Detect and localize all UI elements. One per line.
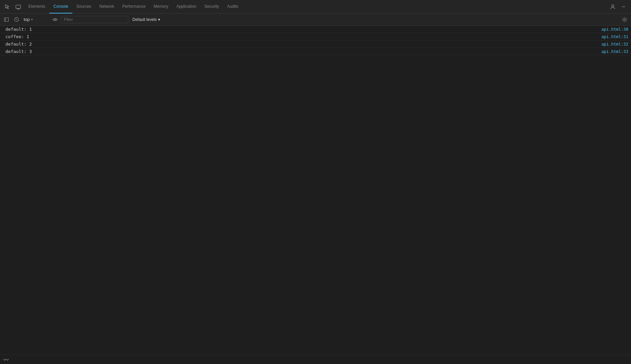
main-content: top ▾ Default levels ▾ d — [0, 14, 631, 364]
tab-memory[interactable]: Memory — [150, 0, 172, 14]
console-body: default: 1api.html:30coffee: 1api.html:3… — [0, 26, 631, 364]
svg-rect-0 — [16, 5, 21, 8]
svg-point-9 — [624, 19, 625, 20]
table-row: default: 2api.html:32 — [0, 41, 631, 48]
context-selector-arrow: ▾ — [31, 18, 33, 21]
table-row: default: 1api.html:30 — [0, 26, 631, 33]
console-input[interactable] — [11, 357, 628, 362]
svg-line-7 — [16, 18, 18, 20]
table-row: coffee: 1api.html:31 — [0, 33, 631, 41]
context-selector[interactable]: top ▾ — [22, 16, 49, 23]
console-toolbar: top ▾ Default levels ▾ — [0, 14, 631, 26]
console-settings-button[interactable] — [620, 15, 629, 24]
console-prompt-icon — [3, 358, 9, 362]
devtools-tab-bar: Elements Console Sources Network Perform… — [0, 0, 631, 14]
live-expressions-button[interactable] — [51, 15, 59, 24]
log-message: default: 2 — [5, 42, 596, 47]
log-source-link[interactable]: api.html:30 — [596, 27, 628, 32]
log-levels-arrow: ▾ — [158, 17, 160, 22]
log-levels-label: Default levels — [132, 17, 157, 22]
console-input-row — [0, 355, 631, 364]
log-source-link[interactable]: api.html:31 — [596, 34, 628, 39]
log-message: default: 1 — [5, 27, 596, 32]
tab-security[interactable]: Security — [200, 0, 223, 14]
svg-rect-4 — [4, 18, 8, 21]
table-row: default: 3api.html:33 — [0, 48, 631, 55]
more-options-button[interactable]: ⋯ — [619, 2, 628, 11]
device-toggle-icon[interactable] — [14, 2, 23, 11]
clear-console-button[interactable] — [12, 15, 21, 24]
tab-sources[interactable]: Sources — [72, 0, 95, 14]
svg-point-8 — [54, 19, 56, 20]
tab-performance[interactable]: Performance — [118, 0, 150, 14]
tab-network[interactable]: Network — [95, 0, 118, 14]
sidebar-toggle-button[interactable] — [2, 15, 11, 24]
filter-input[interactable] — [61, 16, 128, 23]
tab-elements[interactable]: Elements — [24, 0, 49, 14]
tab-application[interactable]: Application — [172, 0, 200, 14]
log-message: coffee: 1 — [5, 34, 596, 39]
inspect-icon[interactable] — [3, 2, 12, 11]
log-source-link[interactable]: api.html:32 — [596, 42, 628, 47]
log-source-link[interactable]: api.html:33 — [596, 49, 628, 54]
svg-rect-1 — [17, 8, 19, 9]
tab-console[interactable]: Console — [49, 0, 72, 14]
svg-point-3 — [612, 5, 614, 7]
user-feedback-icon[interactable] — [608, 2, 617, 11]
log-levels-dropdown[interactable]: Default levels ▾ — [130, 16, 163, 23]
context-selector-value: top — [24, 17, 30, 22]
console-output: default: 1api.html:30coffee: 1api.html:3… — [0, 26, 631, 355]
log-message: default: 3 — [5, 49, 596, 54]
tab-audits[interactable]: Audits — [223, 0, 242, 14]
